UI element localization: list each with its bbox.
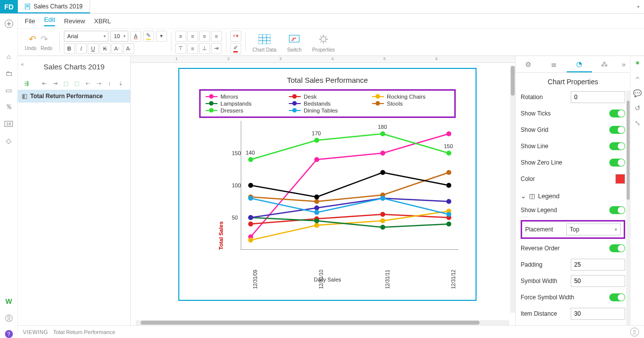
brush-button[interactable]: ✐ bbox=[230, 43, 241, 54]
outline-outdent-icon[interactable]: ⇤ bbox=[40, 79, 49, 88]
bold-button[interactable]: B bbox=[64, 43, 75, 54]
color-swatch[interactable] bbox=[615, 174, 625, 184]
menu-edit[interactable]: Edit bbox=[44, 16, 55, 26]
outline-indent-icon[interactable]: ⇥ bbox=[51, 79, 59, 88]
svg-point-52 bbox=[380, 131, 385, 136]
show-legend-toggle[interactable] bbox=[609, 206, 625, 214]
collapse-right-icon[interactable]: ⤡ bbox=[635, 119, 641, 127]
legend-section-header[interactable]: ⌄◫Legend bbox=[521, 188, 625, 201]
props-tab-4[interactable]: ⁂ bbox=[592, 56, 617, 72]
shield-icon[interactable]: ◇ bbox=[4, 136, 14, 146]
valign-bottom-button[interactable]: ⊥ bbox=[199, 43, 210, 54]
padding-input[interactable] bbox=[571, 259, 625, 271]
tab-menu-button[interactable]: ▾ bbox=[632, 0, 644, 13]
history-icon[interactable]: ↺ bbox=[635, 104, 641, 112]
chart-object[interactable]: Total Sales Performance MirrorsDeskRocki… bbox=[178, 68, 477, 301]
switch-button[interactable] bbox=[286, 32, 302, 46]
menu-file[interactable]: File bbox=[25, 17, 35, 25]
show-ticks-toggle[interactable] bbox=[609, 110, 625, 117]
help-icon[interactable]: ? bbox=[5, 330, 13, 338]
indent-button[interactable]: ⇥ bbox=[211, 43, 222, 54]
home-icon[interactable]: ⌂ bbox=[4, 52, 14, 61]
user-profile-icon[interactable] bbox=[4, 313, 14, 323]
link-icon[interactable]: 𝄐 bbox=[636, 74, 640, 82]
y-tick: 100 bbox=[232, 182, 241, 188]
font-color-button[interactable]: A bbox=[130, 31, 141, 42]
outline-add-below-icon[interactable]: ⬚ bbox=[72, 79, 81, 88]
show-grid-toggle[interactable] bbox=[609, 126, 625, 134]
w-logo-icon[interactable]: W bbox=[4, 296, 14, 306]
folder-icon[interactable]: 🗀 bbox=[4, 68, 14, 78]
rotation-label: Rotation bbox=[521, 94, 543, 101]
horizontal-scrollbar[interactable] bbox=[136, 320, 509, 325]
italic-button[interactable]: I bbox=[76, 43, 87, 54]
app-logo[interactable]: FD bbox=[0, 0, 18, 13]
align-justify-button[interactable]: ≡ bbox=[211, 31, 222, 42]
comment-icon[interactable]: 💬 bbox=[633, 89, 642, 97]
canvas[interactable]: Total Sales Performance MirrorsDeskRocki… bbox=[131, 63, 515, 325]
undo-button[interactable]: ↶ bbox=[27, 34, 38, 45]
legend-swatch bbox=[372, 103, 384, 104]
gear-icon[interactable]: ✶ bbox=[635, 59, 641, 67]
properties-scrollbar[interactable] bbox=[626, 91, 630, 325]
svg-line-20 bbox=[320, 36, 321, 37]
chart-data-button[interactable] bbox=[257, 32, 272, 46]
underline-button[interactable]: U bbox=[88, 43, 99, 54]
props-tab-2[interactable]: ≣ bbox=[541, 56, 566, 72]
outline-add-above-icon[interactable]: ⬚ bbox=[61, 79, 70, 88]
outline-down-icon[interactable]: ⇣ bbox=[116, 79, 125, 88]
ruler-mark: 5 bbox=[383, 56, 385, 61]
svg-point-39 bbox=[314, 219, 319, 224]
clear-format-button[interactable]: ×▾ bbox=[230, 31, 241, 42]
x-tick: 12/31/09 bbox=[253, 270, 258, 289]
valign-mid-button[interactable]: ≡ bbox=[187, 43, 198, 54]
font-select[interactable]: Arial bbox=[64, 31, 108, 42]
properties-button[interactable] bbox=[316, 32, 331, 46]
align-left-button[interactable]: ≡ bbox=[175, 31, 186, 42]
chart-data-label: Chart Data bbox=[253, 47, 276, 53]
outline-right-icon[interactable]: ⇢ bbox=[94, 79, 103, 88]
document-icon bbox=[25, 3, 31, 9]
outline-up-icon[interactable]: ↕ bbox=[105, 79, 114, 88]
redo-button[interactable]: ↷ bbox=[39, 34, 50, 45]
document-tab[interactable]: Sales Charts 2019 bbox=[18, 0, 90, 13]
reverse-order-toggle[interactable] bbox=[609, 244, 625, 252]
show-zero-toggle[interactable] bbox=[609, 159, 625, 167]
placement-select[interactable]: Top bbox=[566, 224, 621, 235]
status-user-icon[interactable] bbox=[630, 328, 639, 337]
font-size-select[interactable]: 10 bbox=[110, 31, 128, 42]
align-center-button[interactable]: ≡ bbox=[187, 31, 198, 42]
align-right-button[interactable]: ≡ bbox=[199, 31, 210, 42]
highlight-button[interactable]: ✎ bbox=[143, 31, 154, 42]
style-dropdown[interactable]: ▾ bbox=[156, 31, 167, 42]
calendar-icon[interactable]: 18 bbox=[4, 119, 14, 129]
subscript-button[interactable]: A↓ bbox=[123, 43, 134, 54]
menu-review[interactable]: Review bbox=[64, 17, 85, 25]
strike-button[interactable]: K bbox=[100, 43, 110, 54]
archive-icon[interactable]: ▭ bbox=[4, 85, 14, 95]
rotation-input[interactable] bbox=[571, 91, 625, 103]
tab-title: Sales Charts 2019 bbox=[34, 3, 83, 10]
props-tab-chart[interactable]: ◔ bbox=[567, 56, 592, 72]
superscript-button[interactable]: A↑ bbox=[111, 43, 122, 54]
props-expand-button[interactable]: » bbox=[617, 56, 630, 72]
outline-tree-icon[interactable]: ⇶ bbox=[22, 79, 31, 88]
force-symbol-width-toggle[interactable] bbox=[609, 293, 625, 301]
show-zero-label: Show Zero Line bbox=[521, 159, 562, 166]
properties-panel: ⚙ ≣ ◔ ⁂ » Chart Properties Rotation Show… bbox=[515, 56, 630, 325]
percent-icon[interactable]: ％ bbox=[4, 102, 14, 112]
collapse-outline-button[interactable]: « bbox=[21, 61, 24, 67]
add-icon[interactable] bbox=[4, 19, 14, 29]
outline-item[interactable]: ◧ Total Return Performance bbox=[18, 90, 130, 103]
show-grid-label: Show Grid bbox=[521, 126, 548, 133]
symbol-width-input[interactable] bbox=[571, 275, 625, 287]
vertical-scrollbar[interactable] bbox=[510, 66, 515, 313]
valign-top-button[interactable]: ⊤ bbox=[175, 43, 186, 54]
props-tab-1[interactable]: ⚙ bbox=[516, 56, 541, 72]
item-distance-input[interactable] bbox=[571, 308, 625, 320]
svg-point-54 bbox=[248, 196, 253, 201]
menu-xbrl[interactable]: XBRL bbox=[94, 17, 111, 25]
show-line-toggle[interactable] bbox=[609, 142, 625, 150]
y-axis-title: Total Sales bbox=[218, 222, 224, 250]
outline-left-icon[interactable]: ⇠ bbox=[83, 79, 92, 88]
